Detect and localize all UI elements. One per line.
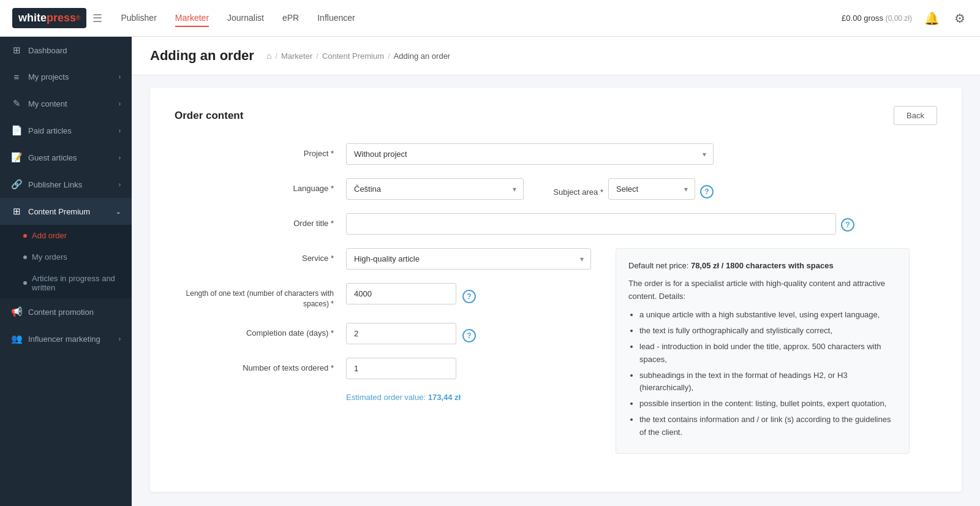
length-input[interactable]: 4000 [346, 283, 456, 304]
texts-row: Number of texts ordered * 1 [175, 358, 591, 379]
service-info-box: Default net price: 78,05 zł / 1800 chara… [616, 248, 910, 454]
sidebar-item-my-content[interactable]: ✎ My content › [0, 90, 132, 117]
logo: whitepress® [12, 8, 86, 28]
length-row: Length of one text (number of characters… [175, 283, 591, 309]
service-description: The order is for a specialist article wi… [628, 278, 897, 303]
sidebar-item-guest-articles[interactable]: 📝 Guest articles › [0, 144, 132, 171]
service-bullet-list: a unique article with a high substantive… [628, 309, 897, 439]
breadcrumb-content-premium[interactable]: Content Premium [322, 51, 384, 61]
length-controls: 4000 ? [346, 283, 476, 304]
breadcrumb-marketer[interactable]: Marketer [281, 51, 312, 61]
bullet-2: the text is fully orthographically and s… [639, 325, 897, 338]
bullet-5: possible insertion in the content: listi… [639, 398, 897, 410]
logo-registered: ® [76, 15, 80, 21]
subitem-label: My orders [32, 252, 67, 262]
service-row: Service * High-quality article [175, 248, 591, 270]
tab-influencer[interactable]: Influencer [317, 10, 355, 27]
sidebar-item-label: My projects [28, 72, 69, 81]
nav-right: £0.00 gross (0,00 zł) 🔔 ⚙ [842, 9, 968, 28]
publisher-links-icon: 🔗 [11, 179, 22, 190]
service-info-section: Service * High-quality article L [175, 248, 910, 454]
projects-icon: ≡ [11, 72, 22, 82]
sidebar-item-label: Guest articles [28, 153, 77, 162]
completion-input[interactable]: 2 [346, 323, 456, 344]
order-form: Project * Without project Language * [175, 143, 910, 454]
inactive-dot [23, 255, 27, 259]
paid-articles-icon: 📄 [11, 125, 22, 136]
breadcrumb-current: Adding an order [394, 51, 451, 61]
chevron-icon: › [119, 100, 121, 107]
sidebar-item-label: Influencer marketing [28, 334, 100, 344]
subitem-label: Articles in progress and written [32, 274, 121, 292]
card-title: Order content [175, 110, 243, 122]
sidebar-item-influencer-marketing[interactable]: 👥 Influencer marketing › [0, 325, 132, 352]
chevron-icon: › [119, 74, 121, 80]
logo-white-text: white [18, 12, 47, 25]
bullet-4: subheadings in the text in the format of… [639, 369, 897, 395]
project-label: Project * [175, 143, 334, 158]
content-premium-icon: ⊞ [11, 206, 22, 217]
sidebar-item-publisher-links[interactable]: 🔗 Publisher Links › [0, 171, 132, 198]
length-label: Length of one text (number of characters… [175, 283, 334, 309]
sidebar-item-paid-articles[interactable]: 📄 Paid articles › [0, 117, 132, 144]
hamburger-icon[interactable]: ☰ [92, 12, 102, 25]
tab-publisher[interactable]: Publisher [121, 10, 156, 27]
tab-marketer[interactable]: Marketer [175, 10, 209, 27]
content-promotion-icon: 📢 [11, 306, 22, 317]
subject-area-help-icon[interactable]: ? [700, 185, 714, 198]
completion-label: Completion date (days) * [175, 323, 334, 338]
main-layout: ⊞ Dashboard ≡ My projects › ✎ My content… [0, 37, 980, 506]
sidebar: ⊞ Dashboard ≡ My projects › ✎ My content… [0, 37, 132, 506]
order-content-card: Order content Back Project * Without pro… [150, 88, 962, 492]
order-title-help-icon[interactable]: ? [841, 218, 854, 232]
sidebar-subitem-add-order[interactable]: Add order [0, 225, 132, 246]
service-select-wrapper: High-quality article [346, 248, 591, 270]
texts-input[interactable]: 1 [346, 358, 456, 379]
active-dot [23, 234, 27, 238]
sidebar-item-content-premium[interactable]: ⊞ Content Premium ⌄ [0, 198, 132, 225]
bullet-6: the text contains information and / or l… [639, 413, 897, 439]
sidebar-item-label: Content promotion [28, 308, 94, 317]
price-display: £0.00 gross (0,00 zł) [842, 13, 912, 23]
subject-area-label: Subject area * [536, 182, 603, 197]
project-select-wrapper: Without project [346, 143, 714, 165]
sidebar-item-my-projects[interactable]: ≡ My projects › [0, 64, 132, 90]
project-select[interactable]: Without project [346, 143, 714, 165]
language-subject-row: Language * Čeština Subject area * [175, 178, 910, 200]
service-label: Service * [175, 248, 334, 263]
service-select[interactable]: High-quality article [346, 248, 591, 270]
sidebar-submenu: Add order My orders Articles in progress… [0, 225, 132, 298]
chevron-expand-icon: ⌄ [116, 208, 121, 215]
language-select[interactable]: Čeština [346, 178, 524, 200]
sidebar-item-label: My content [28, 99, 67, 108]
content-icon: ✎ [11, 98, 22, 109]
subject-area-select[interactable]: Select [608, 178, 695, 200]
subitem-label: Add order [32, 231, 67, 240]
home-icon[interactable]: ⌂ [266, 51, 271, 61]
length-help-icon[interactable]: ? [462, 290, 476, 303]
content-area: Adding an order ⌂ / Marketer / Content P… [132, 37, 980, 506]
sidebar-item-content-promotion[interactable]: 📢 Content promotion [0, 298, 132, 325]
dashboard-icon: ⊞ [11, 45, 22, 56]
notifications-button[interactable]: 🔔 [922, 9, 942, 28]
inactive-dot [23, 281, 27, 285]
sidebar-subitem-my-orders[interactable]: My orders [0, 246, 132, 268]
order-title-input[interactable] [346, 213, 836, 235]
top-navigation: whitepress® ☰ Publisher Marketer Journal… [0, 0, 980, 37]
chevron-icon: › [119, 154, 121, 161]
project-row: Project * Without project [175, 143, 910, 165]
sidebar-subitem-articles-in-progress[interactable]: Articles in progress and written [0, 268, 132, 298]
language-select-wrapper: Čeština [346, 178, 524, 200]
sidebar-item-label: Publisher Links [28, 180, 82, 189]
texts-label: Number of texts ordered * [175, 358, 334, 372]
completion-help-icon[interactable]: ? [462, 329, 476, 342]
chevron-icon: › [119, 336, 121, 342]
back-button[interactable]: Back [894, 106, 937, 125]
completion-controls: 2 ? [346, 323, 476, 344]
settings-button[interactable]: ⚙ [952, 9, 968, 28]
sidebar-item-label: Paid articles [28, 126, 72, 135]
tab-epr[interactable]: ePR [282, 10, 299, 27]
language-subject-controls: Čeština Subject area * Select [346, 178, 714, 200]
tab-journalist[interactable]: Journalist [227, 10, 264, 27]
sidebar-item-dashboard[interactable]: ⊞ Dashboard [0, 37, 132, 64]
